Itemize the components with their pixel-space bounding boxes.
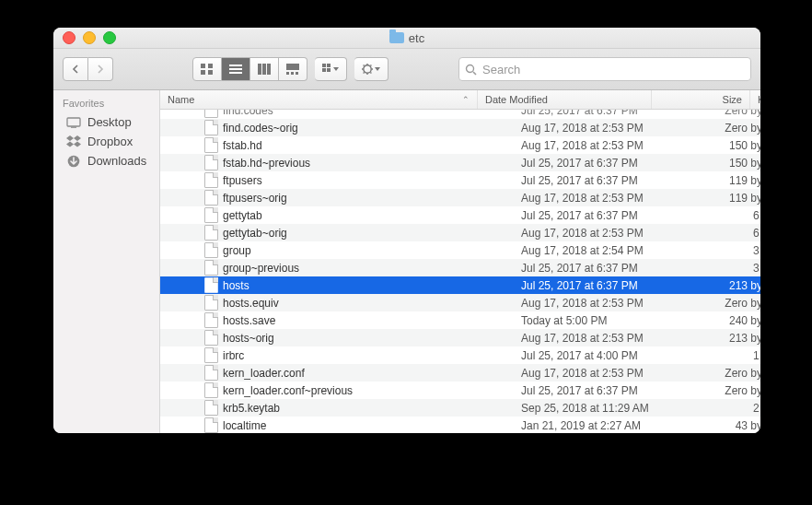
sidebar-item-desktop[interactable]: Desktop: [53, 112, 159, 132]
file-row[interactable]: hosts.saveToday at 5:00 PM240 bytesDocum: [160, 311, 760, 329]
file-row[interactable]: fstab.hdAug 17, 2018 at 2:53 PM150 bytes…: [160, 136, 760, 154]
file-row[interactable]: fstab.hd~previousJul 25, 2017 at 6:37 PM…: [160, 154, 760, 171]
file-name-label: group: [223, 244, 251, 257]
file-icon: [204, 172, 218, 188]
file-icon: [204, 277, 218, 293]
svg-rect-12: [291, 72, 294, 75]
icon-view-button[interactable]: [192, 57, 222, 81]
file-icon: [204, 365, 218, 381]
file-row[interactable]: localtimeJan 21, 2019 at 2:27 AM43 bytes…: [160, 417, 760, 433]
action-group: [354, 57, 389, 81]
minimize-window-button[interactable]: [83, 31, 96, 44]
dropbox-icon: [66, 135, 81, 148]
sidebar-item-dropbox[interactable]: Dropbox: [53, 132, 159, 151]
file-row[interactable]: groupAug 17, 2018 at 2:54 PM3 KBTextEd: [160, 241, 760, 259]
arrange-button[interactable]: [315, 57, 347, 81]
file-date-cell: Jul 25, 2017 at 6:37 PM: [514, 157, 687, 170]
file-row[interactable]: hostsJul 25, 2017 at 6:37 PM213 bytesTex…: [160, 276, 760, 294]
file-icon: [204, 137, 218, 153]
file-date-cell: Jul 25, 2017 at 6:37 PM: [514, 279, 687, 292]
column-view-button[interactable]: [250, 57, 279, 81]
file-name-cell: group~previous: [160, 260, 514, 276]
file-name-cell: ftpusers~orig: [160, 190, 514, 206]
file-row[interactable]: gettytab~origAug 17, 2018 at 2:53 PM6 KB…: [160, 224, 760, 241]
file-name-cell: hosts.save: [160, 312, 514, 328]
file-date-cell: Jul 25, 2017 at 6:37 PM: [514, 110, 687, 117]
file-date-cell: Aug 17, 2018 at 2:53 PM: [514, 227, 687, 240]
file-icon: [204, 347, 218, 363]
file-row[interactable]: find.codesJul 25, 2017 at 6:37 PMZero by…: [160, 110, 760, 119]
file-date-cell: Jul 25, 2017 at 6:37 PM: [514, 209, 687, 222]
window-title: etc: [53, 31, 760, 45]
file-row[interactable]: kern_loader.conf~previousJul 25, 2017 at…: [160, 382, 760, 399]
sidebar-item-label: Desktop: [87, 115, 132, 129]
file-date-cell: Jul 25, 2017 at 6:37 PM: [514, 174, 687, 187]
back-button[interactable]: [63, 57, 88, 81]
file-row[interactable]: krb5.keytabSep 25, 2018 at 11:29 AM2 KBD…: [160, 399, 760, 417]
svg-point-18: [364, 65, 371, 73]
list-view-button[interactable]: [222, 57, 250, 81]
arrange-group: [315, 57, 347, 81]
file-name-cell: kern_loader.conf~previous: [160, 382, 514, 398]
file-row[interactable]: find.codes~origAug 17, 2018 at 2:53 PMZe…: [160, 119, 760, 136]
file-date-cell: Aug 17, 2018 at 2:53 PM: [514, 332, 687, 345]
file-size-cell: 2 KB: [687, 402, 760, 415]
search-field[interactable]: [458, 57, 751, 81]
file-size-cell: 6 KB: [687, 227, 760, 240]
svg-rect-4: [229, 65, 242, 66]
column-header-size[interactable]: Size: [652, 90, 750, 109]
file-date-cell: Aug 17, 2018 at 2:53 PM: [514, 122, 687, 135]
file-icon: [204, 207, 218, 223]
file-row[interactable]: gettytabJul 25, 2017 at 6:37 PM6 KBTextE…: [160, 206, 760, 224]
titlebar: etc: [53, 28, 760, 49]
sidebar-item-label: Downloads: [87, 154, 146, 168]
file-row[interactable]: irbrcJul 25, 2017 at 4:00 PM1 KBDocum: [160, 346, 760, 364]
file-name-cell: gettytab~orig: [160, 225, 514, 241]
file-name-label: ftpusers~orig: [223, 192, 287, 205]
file-row[interactable]: ftpusers~origAug 17, 2018 at 2:53 PM119 …: [160, 189, 760, 206]
file-date-cell: Jul 25, 2017 at 6:37 PM: [514, 384, 687, 397]
file-icon: [204, 242, 218, 258]
file-row[interactable]: hosts.equivAug 17, 2018 at 2:53 PMZero b…: [160, 294, 760, 311]
close-window-button[interactable]: [63, 31, 75, 44]
sidebar-item-downloads[interactable]: Downloads: [53, 151, 159, 170]
column-header-date[interactable]: Date Modified: [478, 90, 652, 109]
file-icon: [204, 330, 218, 346]
file-name-cell: fstab.hd: [160, 137, 514, 153]
file-size-cell: 43 bytes: [687, 419, 760, 432]
file-name-label: find.codes: [223, 110, 273, 117]
forward-button[interactable]: [88, 57, 113, 81]
svg-rect-11: [286, 72, 289, 75]
file-row[interactable]: kern_loader.confAug 17, 2018 at 2:53 PMZ…: [160, 364, 760, 382]
action-menu-button[interactable]: [354, 57, 389, 81]
column-header-kind[interactable]: Kind: [750, 90, 760, 109]
file-name-cell: kern_loader.conf: [160, 365, 514, 381]
column-header-name[interactable]: Name ⌃: [160, 90, 478, 109]
file-size-cell: Zero bytes: [687, 367, 760, 380]
file-row[interactable]: hosts~origAug 17, 2018 at 2:53 PM213 byt…: [160, 329, 760, 346]
traffic-lights: [53, 31, 116, 44]
finder-window: etc: [53, 28, 760, 433]
search-input[interactable]: [481, 59, 745, 79]
file-name-cell: hosts~orig: [160, 330, 514, 346]
file-icon: [204, 110, 218, 118]
file-icon: [204, 260, 218, 276]
file-size-cell: 3 KB: [687, 244, 760, 257]
zoom-window-button[interactable]: [103, 31, 116, 44]
file-icon: [204, 155, 218, 170]
gallery-view-button[interactable]: [279, 57, 307, 81]
svg-rect-13: [296, 72, 298, 75]
file-icon: [204, 295, 218, 311]
file-size-cell: 6 KB: [687, 209, 760, 222]
svg-rect-15: [327, 64, 331, 67]
file-name-cell: gettytab: [160, 207, 514, 223]
desktop-icon: [66, 116, 81, 129]
file-name-label: ftpusers: [223, 174, 262, 187]
svg-rect-16: [322, 68, 326, 72]
file-rows[interactable]: find.codesJul 25, 2017 at 6:37 PMZero by…: [160, 110, 760, 433]
file-row[interactable]: group~previousJul 25, 2017 at 6:37 PM3 K…: [160, 259, 760, 276]
file-row[interactable]: ftpusersJul 25, 2017 at 6:37 PM119 bytes…: [160, 171, 760, 189]
file-name-label: krb5.keytab: [223, 402, 280, 415]
file-name-cell: ftpusers: [160, 172, 514, 188]
file-icon: [204, 120, 218, 135]
